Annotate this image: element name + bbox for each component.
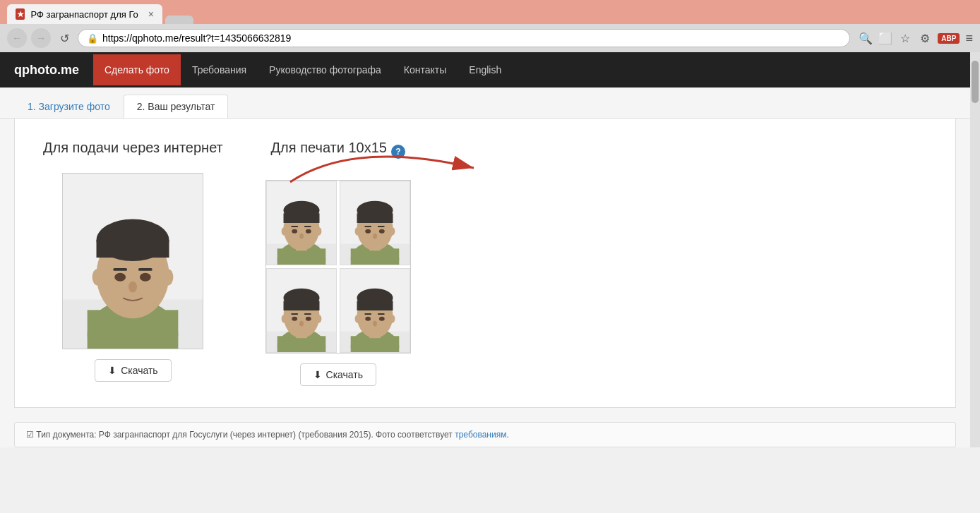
footer-requirements-link[interactable]: требованиям bbox=[455, 430, 506, 440]
svg-rect-41 bbox=[364, 226, 371, 227]
bookmark-star-icon[interactable]: ☆ bbox=[898, 31, 912, 45]
svg-rect-19 bbox=[277, 248, 325, 265]
svg-rect-38 bbox=[357, 213, 393, 223]
svg-point-39 bbox=[365, 229, 371, 234]
print-photo-3 bbox=[266, 268, 337, 353]
result-area: Для подачи через интернет bbox=[43, 140, 927, 386]
svg-point-24 bbox=[292, 229, 297, 234]
svg-point-59 bbox=[281, 315, 287, 323]
result-card: Для подачи через интернет bbox=[14, 119, 956, 408]
svg-rect-64 bbox=[350, 336, 399, 353]
svg-rect-72 bbox=[378, 313, 385, 315]
tab-your-result[interactable]: 2. Ваш результат bbox=[124, 95, 229, 118]
screenshot-icon[interactable]: ⬜ bbox=[878, 31, 892, 45]
svg-point-14 bbox=[92, 269, 104, 286]
print-person-4 bbox=[340, 268, 410, 353]
svg-point-43 bbox=[373, 234, 377, 239]
svg-point-69 bbox=[365, 317, 371, 321]
reload-button[interactable]: ↺ bbox=[55, 29, 73, 47]
svg-point-75 bbox=[389, 315, 395, 323]
svg-point-15 bbox=[162, 269, 174, 286]
svg-point-40 bbox=[379, 229, 385, 234]
help-icon[interactable]: ? bbox=[391, 145, 405, 159]
print-title: Для печати 10х15 bbox=[271, 140, 387, 156]
url-text: https://qphoto.me/result?t=1435066632819 bbox=[102, 32, 291, 44]
online-person-image bbox=[63, 173, 203, 349]
forward-button[interactable]: → bbox=[31, 28, 51, 48]
nav-item-requirements[interactable]: Требования bbox=[181, 54, 258, 85]
inactive-tab[interactable] bbox=[165, 16, 193, 24]
abp-button[interactable]: ABP bbox=[938, 33, 960, 44]
download-icon: ⬇ bbox=[108, 365, 116, 376]
svg-rect-42 bbox=[378, 226, 385, 227]
browser-actions: 🔍 ⬜ ☆ ⚙ ABP ≡ bbox=[859, 31, 973, 46]
nav-item-photographer-guide[interactable]: Руководство фотографа bbox=[258, 54, 393, 85]
svg-rect-26 bbox=[291, 226, 298, 227]
online-title: Для подачи через интернет bbox=[43, 140, 223, 156]
scrollbar-thumb[interactable] bbox=[972, 61, 979, 103]
tab-favicon: ★ bbox=[16, 8, 25, 20]
print-download-button[interactable]: ⬇ Скачать bbox=[300, 363, 377, 386]
svg-point-70 bbox=[379, 317, 385, 321]
svg-rect-49 bbox=[277, 336, 325, 353]
print-person-2 bbox=[340, 181, 410, 265]
footer-text-after: . bbox=[506, 430, 508, 440]
svg-point-30 bbox=[316, 227, 321, 236]
svg-point-25 bbox=[306, 229, 311, 234]
url-bar[interactable]: 🔒 https://qphoto.me/result?t=14350666328… bbox=[78, 29, 850, 47]
svg-point-10 bbox=[140, 273, 151, 282]
footer-text: Тип документа: РФ загранпаспорт для Госу… bbox=[36, 430, 452, 440]
svg-point-58 bbox=[299, 321, 304, 327]
svg-rect-53 bbox=[283, 301, 319, 310]
print-header: Для печати 10х15 ? bbox=[271, 140, 405, 163]
nav-item-contacts[interactable]: Контакты bbox=[393, 54, 458, 85]
print-person-1 bbox=[267, 181, 336, 265]
menu-icon[interactable]: ≡ bbox=[965, 31, 973, 46]
close-tab-button[interactable]: × bbox=[148, 8, 154, 20]
print-person-3 bbox=[267, 268, 336, 353]
footer-checkbox-icon: ☑ bbox=[26, 430, 34, 440]
svg-point-28 bbox=[299, 234, 304, 239]
tab-upload-photo[interactable]: 1. Загрузите фото bbox=[14, 95, 124, 118]
search-icon[interactable]: 🔍 bbox=[859, 31, 873, 45]
print-photo-column: Для печати 10х15 ? bbox=[265, 140, 411, 386]
svg-point-29 bbox=[281, 227, 287, 236]
svg-point-74 bbox=[354, 315, 360, 323]
svg-rect-23 bbox=[283, 213, 319, 223]
site-navigation: qphoto.me Сделать фото Требования Руково… bbox=[0, 52, 970, 87]
svg-rect-27 bbox=[304, 226, 311, 227]
content-tabs: 1. Загрузите фото 2. Ваш результат bbox=[0, 87, 970, 119]
tab-bar: ★ РФ загранпаспорт для Го × bbox=[7, 4, 973, 24]
print-photo-4 bbox=[340, 268, 410, 353]
back-button[interactable]: ← bbox=[7, 28, 27, 48]
online-photo-column: Для подачи через интернет bbox=[43, 140, 223, 382]
scrollbar[interactable] bbox=[970, 52, 980, 447]
svg-rect-56 bbox=[291, 313, 298, 315]
svg-point-60 bbox=[316, 315, 321, 323]
nav-item-make-photo[interactable]: Сделать фото bbox=[93, 54, 181, 85]
print-download-icon: ⬇ bbox=[313, 369, 322, 380]
svg-point-44 bbox=[354, 227, 360, 236]
settings-gear-icon[interactable]: ⚙ bbox=[918, 31, 932, 45]
svg-rect-34 bbox=[350, 248, 399, 265]
svg-rect-57 bbox=[304, 313, 311, 315]
result-columns: Для подачи через интернет bbox=[43, 140, 927, 386]
page-layout: qphoto.me Сделать фото Требования Руково… bbox=[0, 52, 980, 447]
svg-point-45 bbox=[389, 227, 395, 236]
browser-chrome: ★ РФ загранпаспорт для Го × bbox=[0, 0, 980, 24]
tab-title: РФ загранпаспорт для Го bbox=[30, 9, 138, 20]
nav-item-english[interactable]: English bbox=[458, 54, 513, 85]
svg-rect-68 bbox=[357, 301, 393, 310]
online-download-button[interactable]: ⬇ Скачать bbox=[95, 359, 172, 382]
lock-icon: 🔒 bbox=[87, 33, 98, 44]
print-photo-grid bbox=[265, 180, 411, 354]
svg-point-13 bbox=[129, 282, 137, 293]
active-browser-tab[interactable]: ★ РФ загранпаспорт для Го × bbox=[7, 4, 162, 24]
svg-rect-8 bbox=[97, 240, 169, 258]
svg-point-54 bbox=[292, 317, 297, 321]
svg-point-9 bbox=[115, 273, 126, 282]
main-content: qphoto.me Сделать фото Требования Руково… bbox=[0, 52, 970, 447]
svg-rect-12 bbox=[138, 268, 153, 271]
print-photo-1 bbox=[266, 181, 337, 265]
svg-rect-71 bbox=[364, 313, 371, 315]
